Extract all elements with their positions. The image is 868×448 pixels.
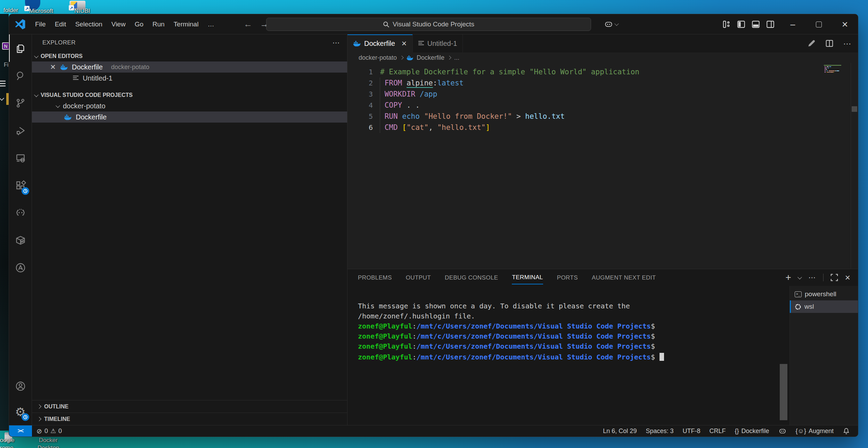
close-panel-icon[interactable]: × (845, 272, 850, 283)
breadcrumbs: docker-potato Dockerfile ... (347, 52, 858, 63)
outline-section-header[interactable]: OUTLINE (32, 400, 347, 413)
editor-line-5[interactable]: 5 RUN echo "Hello from Docker!" > hello.… (347, 111, 858, 122)
code-token: # Example Dockerfile for a simple "Hello… (380, 68, 639, 76)
activitybar-manage[interactable]: ⚙ (9, 399, 32, 425)
new-terminal-button[interactable]: + (785, 272, 791, 283)
breadcrumb-folder[interactable]: docker-potato (359, 54, 397, 61)
chevron-right-icon (37, 417, 41, 421)
toggle-panel-icon[interactable] (751, 20, 760, 29)
panel-tab-ports[interactable]: PORTS (557, 271, 578, 284)
desktop-icon-folder-label[interactable]: folder (3, 7, 18, 14)
line-number: 6 (347, 122, 373, 133)
menu-view[interactable]: View (107, 18, 130, 30)
menu-go[interactable]: Go (130, 18, 148, 30)
explorer-more-actions-button[interactable]: … (332, 36, 340, 45)
desktop-icon-chrome-label-1[interactable]: oogle (0, 437, 15, 444)
tree-file-dockerfile[interactable]: Dockerfile (32, 111, 347, 123)
panel-tab-terminal[interactable]: TERMINAL (512, 271, 543, 284)
editor-line-2[interactable]: 2 FROM alpine:latest (347, 77, 858, 89)
panel-tab-debug-console[interactable]: DEBUG CONSOLE (445, 271, 498, 284)
desktop-icon-docker-label-2[interactable]: Desktop (38, 445, 59, 448)
maximize-panel-icon[interactable] (830, 274, 838, 281)
tab-dockerfile[interactable]: Dockerfile ✕ (347, 34, 413, 52)
menu-run[interactable]: Run (148, 18, 169, 30)
ubuntu-icon (795, 304, 801, 310)
desktop-icon-niubi-label[interactable]: NIUBI (74, 8, 90, 15)
desktop-icon-docker-label-1[interactable]: Docker (39, 437, 58, 444)
indentation-status[interactable]: Spaces: 3 (641, 428, 678, 435)
copilot-menu-button[interactable] (604, 19, 618, 29)
editor-more-actions-icon[interactable]: … (843, 37, 852, 47)
customize-layout-icon[interactable] (722, 20, 731, 29)
editor-line-1[interactable]: 1# Example Dockerfile for a simple "Hell… (347, 66, 858, 77)
activitybar-explorer[interactable] (9, 34, 32, 62)
activitybar-remote-explorer[interactable] (9, 144, 32, 172)
menu-terminal[interactable]: Terminal (169, 18, 203, 30)
editor-line-3[interactable]: 3 WORKDIR /app (347, 89, 858, 100)
desktop-icon-chrome-label-2[interactable]: rome (0, 445, 14, 448)
activitybar-extensions[interactable] (9, 172, 32, 199)
editor-line-4[interactable]: 4 COPY . . (347, 100, 858, 111)
menu-edit[interactable]: Edit (50, 18, 71, 30)
pencil-icon[interactable] (807, 39, 816, 48)
code-token: zonef@Playful (358, 322, 412, 330)
cursor-position-status[interactable]: Ln 6, Col 29 (598, 428, 641, 435)
nav-back-button[interactable]: ← (244, 19, 252, 29)
minimap[interactable] (824, 65, 845, 73)
close-editor-icon[interactable]: ✕ (50, 63, 56, 71)
tab-untitled-1[interactable]: Untitled-1 (413, 34, 463, 52)
toggle-secondary-sidebar-icon[interactable] (766, 20, 775, 29)
menu-file[interactable]: File (31, 18, 50, 30)
terminal-viewport[interactable]: This message is shown once a day. To dis… (347, 286, 789, 425)
problems-status[interactable]: ⊘ 0 ⚠ 0 (32, 425, 66, 437)
terminal-launch-chevron-icon[interactable] (797, 275, 802, 279)
notifications-bell[interactable] (838, 428, 854, 435)
open-editors-header[interactable]: OPEN EDITORS (32, 51, 347, 61)
code-token (380, 90, 385, 98)
terminal-scrollbar[interactable] (780, 364, 787, 420)
activitybar-augment-chat[interactable] (9, 199, 32, 226)
code-token: $ (651, 342, 655, 350)
terminal-item-powershell[interactable]: >_ powershell (790, 288, 858, 300)
window-close-button[interactable]: × (832, 14, 858, 34)
open-editor-item-untitled[interactable]: Untitled-1 (32, 73, 347, 84)
activitybar-run-debug[interactable] (9, 117, 32, 144)
breadcrumb-symbol[interactable]: ... (454, 54, 459, 61)
eol-status[interactable]: CRLF (705, 428, 730, 435)
open-editor-item-dockerfile[interactable]: ✕ Dockerfile docker-potato (32, 61, 347, 73)
window-maximize-button[interactable] (806, 14, 832, 34)
menu-selection[interactable]: Selection (71, 18, 107, 30)
language-mode-status[interactable]: {} Dockerfile (730, 428, 773, 435)
toggle-primary-sidebar-icon[interactable] (737, 20, 746, 29)
activitybar-accounts[interactable] (9, 374, 32, 399)
copilot-status[interactable] (774, 427, 791, 435)
panel-tab-output[interactable]: OUTPUT (406, 271, 431, 284)
panel-tab-augment-next-edit[interactable]: AUGMENT NEXT EDIT (592, 271, 656, 284)
tab-close-icon[interactable]: ✕ (401, 40, 407, 48)
activitybar-source-control[interactable] (9, 89, 32, 117)
debug-icon (15, 125, 26, 136)
terminal-item-wsl[interactable]: wsl (790, 300, 858, 313)
activitybar-containers[interactable] (9, 226, 32, 254)
code-editor[interactable]: 1# Example Dockerfile for a simple "Hell… (347, 63, 858, 269)
desktop-icon-microsoft-label[interactable]: Microsoft (29, 8, 53, 15)
tree-folder-docker-potato[interactable]: docker-potato (32, 100, 347, 111)
timeline-section-header[interactable]: TIMELINE (32, 413, 347, 425)
open-editor-filename: Dockerfile (72, 63, 103, 71)
window-minimize-button[interactable]: – (780, 14, 806, 34)
augment-status[interactable]: {☺} Augment (791, 428, 838, 435)
activitybar-search[interactable] (9, 62, 32, 89)
panel-more-actions-icon[interactable]: … (808, 271, 816, 280)
command-center-search[interactable]: Visual Studio Code Projects (266, 18, 591, 31)
remote-indicator[interactable]: >< (9, 425, 32, 437)
editor-scrollbar-slider[interactable] (852, 106, 857, 112)
panel-tab-problems[interactable]: PROBLEMS (358, 271, 392, 284)
menu-overflow-button[interactable]: … (203, 18, 219, 30)
split-editor-icon[interactable] (825, 39, 834, 48)
workspace-section-header[interactable]: VISUAL STUDIO CODE PROJECTS (32, 90, 347, 100)
breadcrumb-file[interactable]: Dockerfile (417, 54, 444, 61)
encoding-status[interactable]: UTF-8 (678, 428, 705, 435)
code-token (398, 123, 402, 132)
editor-line-6[interactable]: 6 CMD ["cat", "hello.txt"] (347, 122, 858, 133)
activitybar-ansible[interactable] (9, 254, 32, 281)
